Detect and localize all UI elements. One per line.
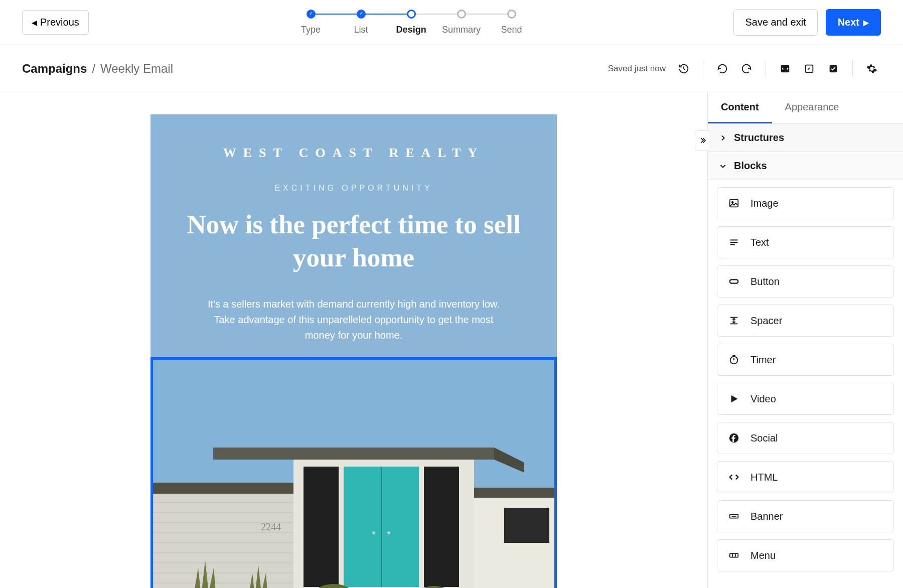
step-indicator-future [457, 10, 466, 19]
svg-text:2244: 2244 [261, 521, 281, 532]
svg-rect-4 [213, 448, 494, 460]
svg-rect-19 [304, 467, 339, 587]
breadcrumb-current: Weekly Email [100, 62, 173, 76]
block-timer[interactable]: Timer [717, 344, 894, 376]
spacer-icon [727, 314, 740, 327]
svg-rect-8 [153, 494, 293, 589]
breadcrumb: Campaigns / Weekly Email [22, 62, 173, 76]
step-indicator-done [357, 10, 366, 19]
code-editor-icon[interactable] [776, 60, 794, 78]
svg-rect-7 [474, 488, 554, 498]
svg-rect-37 [730, 279, 738, 283]
save-and-exit-button[interactable]: Save and exit [733, 9, 817, 36]
block-button[interactable]: Button [717, 265, 894, 298]
block-menu[interactable]: Menu [717, 539, 894, 571]
history-icon[interactable] [675, 60, 693, 78]
right-sidebar: Content Appearance Structures Blocks Ima… [707, 92, 903, 588]
svg-rect-26 [504, 508, 549, 543]
email-preview: WEST COAST REALTY EXCITING OPPORTUNITY N… [150, 114, 557, 588]
email-headline[interactable]: Now is the perfect time to sell your hom… [181, 208, 527, 274]
block-html[interactable]: HTML [717, 461, 894, 493]
step-type[interactable]: Type [286, 10, 336, 35]
accordion-blocks[interactable]: Blocks [708, 152, 903, 180]
tab-appearance[interactable]: Appearance [772, 92, 852, 123]
checklist-icon[interactable] [824, 60, 842, 78]
breadcrumb-root[interactable]: Campaigns [22, 62, 87, 76]
block-video[interactable]: Video [717, 383, 894, 415]
gear-icon[interactable] [863, 60, 881, 78]
menu-icon [727, 549, 740, 562]
blocks-list: Image Text Button Spacer Timer Video [708, 180, 903, 578]
social-icon [727, 431, 740, 445]
collapse-sidebar-button[interactable] [695, 130, 709, 151]
email-brand[interactable]: WEST COAST REALTY [181, 145, 527, 161]
email-body[interactable]: It's a sellers market with demand curren… [198, 297, 509, 343]
house-image: 2244 [153, 360, 554, 589]
svg-point-23 [387, 531, 390, 534]
next-button[interactable]: Next ▶ [826, 9, 881, 36]
step-indicator-future [507, 10, 516, 19]
timer-icon [727, 353, 740, 366]
block-text[interactable]: Text [717, 226, 894, 258]
chevron-left-icon: ◀ [32, 19, 37, 27]
undo-icon[interactable] [713, 60, 731, 78]
chevron-right-icon: ▶ [863, 19, 869, 27]
text-icon [727, 236, 740, 249]
image-icon [727, 197, 740, 210]
tab-content[interactable]: Content [708, 92, 772, 123]
step-indicator-current [407, 10, 416, 19]
banner-icon [727, 510, 740, 523]
video-icon [727, 392, 740, 405]
canvas-area[interactable]: WEST COAST REALTY EXCITING OPPORTUNITY N… [0, 92, 707, 588]
email-eyebrow[interactable]: EXCITING OPPORTUNITY [181, 184, 527, 193]
svg-rect-6 [153, 483, 293, 494]
chevron-right-icon [719, 134, 727, 142]
sidebar-tabs: Content Appearance [708, 92, 903, 124]
breadcrumb-bar: Campaigns / Weekly Email Saved just now [0, 45, 903, 92]
svg-rect-47 [730, 553, 738, 557]
saved-status: Saved just now [608, 64, 666, 74]
progress-stepper: Type List Design Summary Send [89, 10, 734, 35]
svg-marker-43 [731, 395, 738, 403]
svg-point-22 [372, 531, 375, 534]
top-bar: ◀ Previous Type List Design Summary Send [0, 0, 903, 45]
block-banner[interactable]: Banner [717, 500, 894, 532]
block-spacer[interactable]: Spacer [717, 305, 894, 337]
previous-button[interactable]: ◀ Previous [22, 10, 89, 35]
svg-point-33 [732, 202, 733, 203]
previous-label: Previous [40, 17, 79, 28]
step-indicator-done [307, 10, 316, 19]
svg-rect-24 [424, 467, 459, 587]
redo-icon[interactable] [737, 60, 756, 78]
block-image[interactable]: Image [717, 187, 894, 219]
preview-icon[interactable] [800, 60, 818, 78]
accordion-structures[interactable]: Structures [708, 124, 903, 152]
block-social[interactable]: Social [717, 422, 894, 454]
html-icon [727, 471, 740, 484]
button-icon [727, 275, 740, 288]
selected-block-image[interactable]: 2244 [150, 357, 557, 589]
chevron-down-icon [719, 162, 727, 170]
block-toolbar [554, 369, 557, 393]
